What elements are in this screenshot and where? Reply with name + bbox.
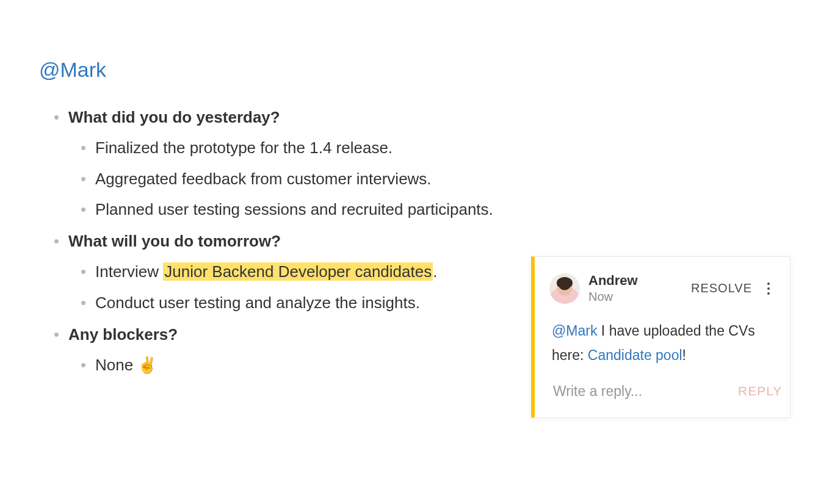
list-item: Conduct user testing and analyze the ins… bbox=[83, 290, 498, 315]
comment-link[interactable]: Candidate pool bbox=[588, 347, 682, 363]
resolve-button[interactable]: RESOLVE bbox=[691, 281, 752, 295]
section-blockers: Any blockers? None ✌️ bbox=[56, 322, 498, 378]
mention-title[interactable]: @Mark bbox=[39, 58, 498, 82]
list-item: Aggregated feedback from customer interv… bbox=[83, 167, 498, 191]
list-item-interview: Interview Junior Backend Developer candi… bbox=[83, 259, 498, 284]
more-options-icon[interactable] bbox=[762, 280, 775, 297]
author-block: Andrew Now bbox=[588, 273, 691, 304]
reply-button[interactable]: REPLY bbox=[734, 383, 786, 399]
blockers-items: None ✌️ bbox=[83, 353, 498, 377]
avatar[interactable] bbox=[549, 273, 580, 304]
list-item: None ✌️ bbox=[83, 353, 498, 377]
tomorrow-items: Interview Junior Backend Developer candi… bbox=[83, 259, 498, 315]
yesterday-items: Finalized the prototype for the 1.4 rele… bbox=[83, 135, 498, 221]
text-prefix: Interview bbox=[95, 262, 163, 281]
text-suffix: . bbox=[433, 262, 437, 281]
standup-note: @Mark What did you do yesterday? Finaliz… bbox=[0, 0, 537, 378]
author-name: Andrew bbox=[588, 273, 691, 289]
section-yesterday: What did you do yesterday? Finalized the… bbox=[56, 105, 498, 221]
section-title: What will you do tomorrow? bbox=[68, 232, 281, 250]
section-title: What did you do yesterday? bbox=[68, 108, 280, 126]
section-tomorrow: What will you do tomorrow? Interview Jun… bbox=[56, 229, 498, 315]
list-item: Finalized the prototype for the 1.4 rele… bbox=[83, 135, 498, 160]
comment-time: Now bbox=[588, 290, 691, 304]
list-item: Planned user testing sessions and recrui… bbox=[83, 197, 498, 221]
comment-card: Andrew Now RESOLVE @Mark I have uploaded… bbox=[531, 256, 790, 418]
section-title: Any blockers? bbox=[68, 325, 178, 344]
comment-mention[interactable]: @Mark bbox=[552, 323, 597, 339]
comment-text: ! bbox=[682, 347, 686, 363]
reply-input[interactable] bbox=[552, 383, 734, 400]
standup-list: What did you do yesterday? Finalized the… bbox=[56, 105, 498, 378]
comment-header: Andrew Now RESOLVE bbox=[535, 257, 790, 304]
highlighted-text[interactable]: Junior Backend Developer candidates bbox=[163, 262, 433, 281]
comment-footer: REPLY bbox=[535, 370, 790, 417]
comment-body: @Mark I have uploaded the CVs here: Cand… bbox=[535, 304, 790, 370]
